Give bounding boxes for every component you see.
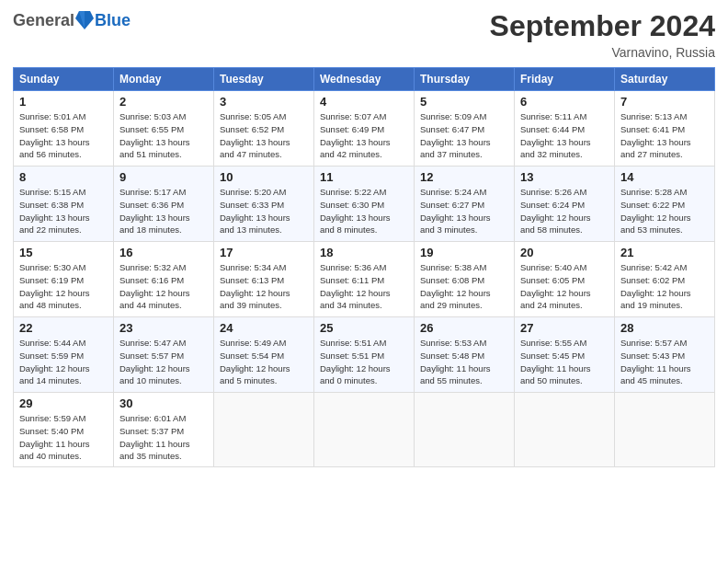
day-number: 19: [420, 246, 508, 259]
day-number: 20: [520, 246, 609, 259]
calendar-cell: 30Sunrise: 6:01 AM Sunset: 5:37 PM Dayli…: [114, 393, 214, 467]
logo-blue: Blue: [95, 11, 131, 30]
header-saturday: Saturday: [615, 68, 715, 91]
logo-text: General Blue: [13, 9, 131, 31]
day-number: 21: [620, 246, 709, 259]
day-number: 27: [520, 321, 609, 335]
location: Varnavino, Russia: [490, 45, 715, 60]
month-title: September 2024: [490, 9, 715, 43]
calendar-cell: 20Sunrise: 5:40 AM Sunset: 6:05 PM Dayli…: [515, 242, 615, 317]
day-number: 10: [220, 170, 308, 184]
calendar-cell: 17Sunrise: 5:34 AM Sunset: 6:13 PM Dayli…: [214, 242, 314, 317]
calendar-cell: 8Sunrise: 5:15 AM Sunset: 6:38 PM Daylig…: [14, 167, 114, 242]
logo: General Blue: [13, 9, 131, 31]
day-info: Sunrise: 5:13 AM Sunset: 6:41 PM Dayligh…: [620, 110, 709, 161]
day-info: Sunrise: 6:01 AM Sunset: 5:37 PM Dayligh…: [119, 412, 208, 463]
calendar-cell: 29Sunrise: 5:59 AM Sunset: 5:40 PM Dayli…: [14, 393, 114, 467]
header-monday: Monday: [114, 68, 214, 91]
day-number: 8: [19, 170, 108, 184]
calendar-cell: 2Sunrise: 5:03 AM Sunset: 6:55 PM Daylig…: [114, 91, 214, 167]
day-number: 12: [420, 170, 508, 184]
day-number: 2: [119, 95, 208, 109]
day-info: Sunrise: 5:44 AM Sunset: 5:59 PM Dayligh…: [19, 337, 108, 387]
calendar-cell: 13Sunrise: 5:26 AM Sunset: 6:24 PM Dayli…: [515, 167, 615, 242]
day-info: Sunrise: 5:34 AM Sunset: 6:13 PM Dayligh…: [220, 261, 308, 312]
day-info: Sunrise: 5:30 AM Sunset: 6:19 PM Dayligh…: [19, 261, 108, 312]
day-number: 7: [620, 95, 709, 109]
calendar-cell: 6Sunrise: 5:11 AM Sunset: 6:44 PM Daylig…: [515, 91, 615, 167]
calendar-cell: 1Sunrise: 5:01 AM Sunset: 6:58 PM Daylig…: [14, 91, 114, 167]
calendar-cell: 18Sunrise: 5:36 AM Sunset: 6:11 PM Dayli…: [314, 242, 415, 317]
day-number: 9: [119, 170, 208, 184]
page-container: General Blue September 2024 Varnavino, R…: [0, 0, 728, 475]
day-info: Sunrise: 5:11 AM Sunset: 6:44 PM Dayligh…: [520, 110, 609, 161]
day-info: Sunrise: 5:17 AM Sunset: 6:36 PM Dayligh…: [119, 186, 208, 236]
calendar-cell: 9Sunrise: 5:17 AM Sunset: 6:36 PM Daylig…: [114, 167, 214, 242]
day-number: 5: [420, 95, 508, 109]
day-info: Sunrise: 5:51 AM Sunset: 5:51 PM Dayligh…: [320, 337, 408, 387]
calendar-cell: 15Sunrise: 5:30 AM Sunset: 6:19 PM Dayli…: [14, 242, 114, 317]
day-info: Sunrise: 5:09 AM Sunset: 6:47 PM Dayligh…: [420, 110, 508, 161]
calendar-cell: 26Sunrise: 5:53 AM Sunset: 5:48 PM Dayli…: [415, 317, 515, 393]
day-number: 1: [19, 95, 108, 109]
day-number: 6: [520, 95, 609, 109]
day-number: 30: [119, 396, 208, 410]
weekday-header-row: Sunday Monday Tuesday Wednesday Thursday…: [14, 68, 715, 91]
day-number: 3: [220, 95, 308, 109]
day-number: 13: [520, 170, 609, 184]
day-info: Sunrise: 5:55 AM Sunset: 5:45 PM Dayligh…: [520, 337, 609, 387]
day-info: Sunrise: 5:38 AM Sunset: 6:08 PM Dayligh…: [420, 261, 508, 312]
header-tuesday: Tuesday: [214, 68, 314, 91]
calendar-cell: [515, 393, 615, 467]
day-number: 4: [320, 95, 408, 109]
day-info: Sunrise: 5:28 AM Sunset: 6:22 PM Dayligh…: [620, 186, 709, 236]
day-number: 26: [420, 321, 508, 335]
calendar-cell: 7Sunrise: 5:13 AM Sunset: 6:41 PM Daylig…: [615, 91, 715, 167]
calendar-cell: 5Sunrise: 5:09 AM Sunset: 6:47 PM Daylig…: [415, 91, 515, 167]
day-info: Sunrise: 5:53 AM Sunset: 5:48 PM Dayligh…: [420, 337, 508, 387]
header: General Blue September 2024 Varnavino, R…: [13, 9, 715, 60]
day-info: Sunrise: 5:22 AM Sunset: 6:30 PM Dayligh…: [320, 186, 408, 236]
title-area: September 2024 Varnavino, Russia: [490, 9, 715, 60]
calendar-cell: 3Sunrise: 5:05 AM Sunset: 6:52 PM Daylig…: [214, 91, 314, 167]
day-number: 25: [320, 321, 408, 335]
day-info: Sunrise: 5:05 AM Sunset: 6:52 PM Dayligh…: [220, 110, 308, 161]
header-thursday: Thursday: [415, 68, 515, 91]
calendar-cell: 22Sunrise: 5:44 AM Sunset: 5:59 PM Dayli…: [14, 317, 114, 393]
day-info: Sunrise: 5:47 AM Sunset: 5:57 PM Dayligh…: [119, 337, 208, 387]
header-friday: Friday: [515, 68, 615, 91]
logo-general: General: [13, 11, 74, 30]
day-number: 22: [19, 321, 108, 335]
day-number: 23: [119, 321, 208, 335]
calendar: Sunday Monday Tuesday Wednesday Thursday…: [13, 67, 715, 467]
calendar-cell: 28Sunrise: 5:57 AM Sunset: 5:43 PM Dayli…: [615, 317, 715, 393]
day-info: Sunrise: 5:03 AM Sunset: 6:55 PM Dayligh…: [119, 110, 208, 161]
day-number: 29: [19, 396, 108, 410]
calendar-cell: 21Sunrise: 5:42 AM Sunset: 6:02 PM Dayli…: [615, 242, 715, 317]
calendar-cell: [214, 393, 314, 467]
day-number: 11: [320, 170, 408, 184]
day-info: Sunrise: 5:59 AM Sunset: 5:40 PM Dayligh…: [19, 412, 108, 463]
calendar-cell: 19Sunrise: 5:38 AM Sunset: 6:08 PM Dayli…: [415, 242, 515, 317]
day-number: 24: [220, 321, 308, 335]
day-info: Sunrise: 5:40 AM Sunset: 6:05 PM Dayligh…: [520, 261, 609, 312]
day-number: 17: [220, 246, 308, 259]
calendar-cell: 11Sunrise: 5:22 AM Sunset: 6:30 PM Dayli…: [314, 167, 415, 242]
day-number: 28: [620, 321, 709, 335]
header-wednesday: Wednesday: [314, 68, 415, 91]
day-info: Sunrise: 5:26 AM Sunset: 6:24 PM Dayligh…: [520, 186, 609, 236]
logo-icon: [75, 9, 94, 31]
calendar-cell: 24Sunrise: 5:49 AM Sunset: 5:54 PM Dayli…: [214, 317, 314, 393]
calendar-cell: [615, 393, 715, 467]
day-info: Sunrise: 5:36 AM Sunset: 6:11 PM Dayligh…: [320, 261, 408, 312]
day-number: 15: [19, 246, 108, 259]
day-number: 16: [119, 246, 208, 259]
calendar-cell: 12Sunrise: 5:24 AM Sunset: 6:27 PM Dayli…: [415, 167, 515, 242]
calendar-cell: 27Sunrise: 5:55 AM Sunset: 5:45 PM Dayli…: [515, 317, 615, 393]
day-info: Sunrise: 5:01 AM Sunset: 6:58 PM Dayligh…: [19, 110, 108, 161]
day-number: 18: [320, 246, 408, 259]
calendar-cell: 23Sunrise: 5:47 AM Sunset: 5:57 PM Dayli…: [114, 317, 214, 393]
calendar-cell: 25Sunrise: 5:51 AM Sunset: 5:51 PM Dayli…: [314, 317, 415, 393]
calendar-cell: [314, 393, 415, 467]
calendar-cell: 16Sunrise: 5:32 AM Sunset: 6:16 PM Dayli…: [114, 242, 214, 317]
